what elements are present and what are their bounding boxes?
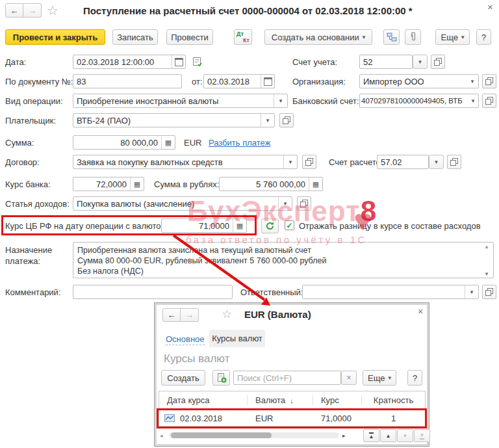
popup-help-button[interactable]: ? bbox=[407, 370, 422, 386]
col-header-multiplicity[interactable]: Кратность bbox=[362, 395, 425, 405]
bank-rate-field[interactable]: ▦ bbox=[73, 177, 144, 191]
calendar-icon[interactable] bbox=[172, 55, 185, 68]
contract-open-button[interactable] bbox=[302, 155, 316, 169]
favorite-star-icon[interactable]: ☆ bbox=[47, 3, 58, 18]
organization-input[interactable] bbox=[360, 75, 467, 88]
go-prev-button[interactable]: ▲ bbox=[380, 429, 396, 442]
date-field[interactable] bbox=[73, 55, 186, 69]
reflect-diff-checkbox[interactable]: ✓ bbox=[285, 220, 294, 230]
bank-rate-input[interactable] bbox=[73, 178, 130, 191]
doc-date-field[interactable] bbox=[203, 74, 275, 88]
income-item-field[interactable]: ▾ bbox=[73, 196, 292, 211]
scroll-up-icon[interactable]: ▲ bbox=[484, 244, 489, 250]
calculator-icon[interactable]: ▦ bbox=[130, 178, 144, 191]
rate-table-row[interactable]: 02.03.2018 EUR 71,0000 1 bbox=[159, 410, 425, 427]
structure-button[interactable] bbox=[383, 29, 400, 45]
settlement-account-field[interactable] bbox=[377, 155, 429, 169]
calculator-icon[interactable]: ▦ bbox=[233, 219, 246, 232]
go-next-button[interactable]: ▼ bbox=[397, 429, 413, 442]
operation-type-field[interactable]: ▾ bbox=[73, 94, 288, 108]
doc-date-input[interactable] bbox=[204, 75, 261, 88]
chevron-down-icon[interactable]: ▾ bbox=[468, 94, 478, 107]
payer-input[interactable] bbox=[73, 114, 261, 127]
more-button[interactable]: Еще ▾ bbox=[435, 29, 470, 45]
account-open-button[interactable] bbox=[431, 55, 445, 69]
col-header-rate[interactable]: Курс bbox=[313, 395, 362, 405]
popup-search-clear-button[interactable]: × bbox=[341, 371, 357, 385]
popup-create-button[interactable]: Создать bbox=[161, 370, 205, 386]
organization-field[interactable]: ▾ bbox=[359, 74, 479, 88]
income-item-input[interactable] bbox=[73, 197, 278, 210]
doc-number-field[interactable] bbox=[73, 74, 182, 88]
responsible-open-button[interactable] bbox=[482, 285, 496, 299]
responsible-input[interactable] bbox=[303, 285, 465, 298]
popup-close-icon[interactable]: × bbox=[418, 306, 423, 317]
popup-back-button[interactable]: ← bbox=[162, 308, 181, 322]
forward-button[interactable]: → bbox=[23, 3, 42, 18]
post-button[interactable]: Провести bbox=[166, 29, 213, 45]
calendar-icon[interactable] bbox=[261, 75, 274, 88]
doc-number-input[interactable] bbox=[73, 75, 181, 88]
help-button[interactable]: ? bbox=[476, 29, 491, 45]
chevron-down-icon[interactable]: ▾ bbox=[274, 94, 287, 107]
bank-account-field[interactable]: ▾ bbox=[359, 94, 479, 108]
popup-forward-button[interactable]: → bbox=[181, 308, 199, 322]
settlement-account-input[interactable] bbox=[377, 155, 428, 168]
hscroll-right-icon[interactable]: ▸ bbox=[342, 432, 346, 439]
scroll-down-icon[interactable]: ▼ bbox=[484, 271, 489, 277]
popup-more-button[interactable]: Еще ▾ bbox=[363, 370, 396, 386]
organization-open-button[interactable] bbox=[482, 74, 496, 88]
hscroll-track[interactable] bbox=[169, 432, 339, 438]
operation-type-input[interactable] bbox=[73, 94, 274, 107]
payer-field[interactable]: ▾ bbox=[73, 113, 275, 127]
dtkt-button[interactable]: Дт Кт bbox=[234, 29, 252, 45]
go-first-button[interactable]: ▲ bbox=[363, 429, 379, 442]
col-header-date[interactable]: Дата курса bbox=[159, 395, 248, 405]
chevron-down-icon[interactable]: ▾ bbox=[261, 114, 274, 127]
col-header-currency[interactable]: Валюта ↓ bbox=[248, 395, 313, 405]
popup-copy-button[interactable] bbox=[212, 370, 230, 386]
split-payment-link[interactable]: Разбить платеж bbox=[209, 138, 270, 148]
rub-amount-field[interactable]: ▦ bbox=[219, 177, 323, 191]
bank-account-open-button[interactable] bbox=[482, 94, 496, 108]
refresh-rate-button[interactable] bbox=[261, 218, 279, 233]
chevron-down-icon[interactable]: ▾ bbox=[465, 285, 478, 298]
close-icon[interactable]: × bbox=[487, 1, 493, 12]
hscroll-left-icon[interactable]: ◂ bbox=[160, 432, 163, 439]
account-field[interactable] bbox=[359, 55, 413, 69]
date-input[interactable] bbox=[73, 55, 172, 68]
popup-nav-main-link[interactable]: Основное bbox=[166, 334, 205, 345]
popup-search-input[interactable] bbox=[234, 371, 340, 384]
settlement-account-dropdown-button[interactable]: ▾ bbox=[429, 155, 444, 169]
popup-favorite-star-icon[interactable]: ☆ bbox=[222, 307, 232, 321]
settlement-account-open-button[interactable] bbox=[447, 155, 461, 169]
rub-amount-input[interactable] bbox=[220, 178, 309, 191]
back-button[interactable]: ← bbox=[5, 3, 23, 18]
hscroll-thumb[interactable] bbox=[171, 432, 272, 438]
chevron-down-icon[interactable]: ▾ bbox=[278, 197, 292, 210]
show-postings-button[interactable] bbox=[192, 57, 203, 70]
calculator-icon[interactable]: ▦ bbox=[161, 136, 175, 149]
account-dropdown-button[interactable]: ▾ bbox=[413, 55, 428, 69]
cb-rate-field[interactable]: ▦ bbox=[161, 218, 247, 233]
purpose-field[interactable]: Приобретенная валюта зачислена на текущи… bbox=[73, 242, 494, 278]
bank-account-input[interactable] bbox=[360, 94, 468, 107]
income-item-open-button[interactable] bbox=[297, 196, 311, 211]
post-and-close-button[interactable]: Провести и закрыть bbox=[5, 29, 105, 45]
comment-input[interactable] bbox=[73, 285, 232, 298]
amount-field[interactable]: ▦ bbox=[73, 135, 175, 150]
contract-field[interactable]: ▾ bbox=[73, 155, 298, 169]
calculator-icon[interactable]: ▦ bbox=[309, 178, 322, 191]
popup-search-field[interactable] bbox=[233, 371, 341, 385]
create-on-basis-button[interactable]: Создать на основании ▾ bbox=[264, 29, 372, 45]
contract-input[interactable] bbox=[73, 155, 283, 168]
save-button[interactable]: Записать bbox=[112, 29, 158, 45]
amount-input[interactable] bbox=[73, 136, 161, 149]
chevron-down-icon[interactable]: ▾ bbox=[283, 155, 297, 168]
responsible-field[interactable]: ▾ bbox=[302, 285, 479, 299]
chevron-down-icon[interactable]: ▾ bbox=[467, 75, 478, 88]
cb-rate-input[interactable] bbox=[162, 219, 233, 232]
comment-field[interactable] bbox=[73, 285, 233, 299]
account-input[interactable] bbox=[360, 55, 412, 68]
purpose-text[interactable]: Приобретенная валюта зачислена на текущи… bbox=[73, 243, 493, 278]
